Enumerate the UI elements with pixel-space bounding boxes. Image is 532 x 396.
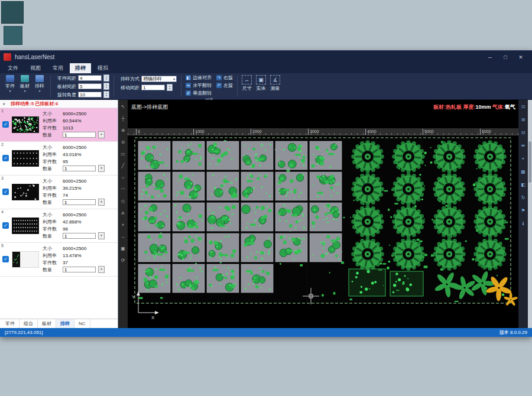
result-thumbnail[interactable] <box>12 150 39 167</box>
plate-part[interactable] <box>275 203 307 231</box>
dimension-button[interactable]: ↔尺寸 <box>242 75 252 92</box>
quantity-input[interactable] <box>63 132 96 138</box>
param-input-2[interactable] <box>78 92 102 98</box>
panel-close-icon[interactable]: × <box>2 101 8 107</box>
plate-part[interactable] <box>241 203 273 231</box>
plate-part[interactable] <box>138 172 170 200</box>
zoom-out-tool[interactable]: ⊖ <box>119 138 127 146</box>
fit-view-tool[interactable]: ⊡ <box>519 103 527 111</box>
plate-part[interactable] <box>275 141 307 170</box>
plate-part[interactable] <box>138 233 170 262</box>
rect-tool[interactable]: ▣ <box>119 245 127 252</box>
rect-part[interactable] <box>349 269 385 296</box>
rect-part[interactable] <box>390 271 423 296</box>
panel-tab-0[interactable]: 零件 <box>1 319 20 328</box>
plate-part[interactable] <box>241 264 273 293</box>
title-bar[interactable]: hansLaserNest ─ □ ✕ <box>0 50 532 63</box>
quantity-input[interactable] <box>63 267 96 272</box>
gear-part[interactable] <box>433 238 466 271</box>
plate-part[interactable] <box>275 233 307 262</box>
edge-align-button[interactable]: ◧边缘对齐 <box>186 74 212 81</box>
menu-tab-nest[interactable]: 排样 <box>70 63 91 73</box>
plate-part[interactable] <box>207 264 239 293</box>
spinner-icon[interactable]: ▴▾ <box>103 91 109 98</box>
plate-part[interactable] <box>173 264 205 293</box>
quantity-spinner-icon[interactable]: ▾ <box>98 131 105 138</box>
ribbon-sheets-button[interactable]: 板材▾ <box>18 75 31 93</box>
gear-part[interactable] <box>473 173 507 206</box>
layers-tool[interactable]: ◧ <box>519 181 527 189</box>
nest-result-item[interactable]: 2 ✓ 大小6000×2500 利用率43.016% 零件数95 数量▾ <box>0 142 118 176</box>
plate-part[interactable] <box>310 172 342 200</box>
gear-part[interactable] <box>351 238 384 271</box>
spinner-icon[interactable]: ▴▾ <box>167 84 173 91</box>
close-button[interactable]: ✕ <box>513 52 528 63</box>
panel-tab-4[interactable]: NC <box>74 319 90 328</box>
nest-method-select[interactable]: 精确排样 ▾ <box>141 76 177 82</box>
spinner-icon[interactable]: ▴▾ <box>103 74 109 82</box>
gear-part[interactable] <box>392 173 425 206</box>
pan-tool[interactable]: ┼ <box>119 115 127 122</box>
gear-part[interactable] <box>351 173 384 206</box>
panel-tab-3[interactable]: 排样 <box>56 319 74 328</box>
quantity-spinner-icon[interactable]: ▾ <box>98 232 105 239</box>
desktop-shortcut-icon-2[interactable] <box>4 26 22 45</box>
zoom-in-tool[interactable]: ⊕ <box>119 126 127 134</box>
nest-result-item[interactable]: 5 ✓ 大小6000×2500 利用率13.478% 零件数37 数量▾ <box>0 243 118 277</box>
plate-part[interactable] <box>138 141 170 170</box>
center-tool[interactable]: ⌖ <box>119 221 127 229</box>
select-tool[interactable]: ↖ <box>119 103 127 111</box>
gear-part[interactable] <box>351 205 384 238</box>
quantity-spinner-icon[interactable]: ▾ <box>98 199 105 206</box>
zoom-minus-tool[interactable]: ⊟ <box>519 129 527 137</box>
measure-button[interactable]: ∡测量 <box>270 75 280 92</box>
quantity-input[interactable] <box>63 165 96 171</box>
maximize-button[interactable]: □ <box>498 52 513 63</box>
nesting-scene[interactable] <box>128 137 518 314</box>
plate-part[interactable] <box>310 203 342 231</box>
gear-part[interactable] <box>351 140 384 173</box>
quantity-spinner-icon[interactable]: ▾ <box>98 165 105 172</box>
grid-tool[interactable]: ▦ <box>519 168 527 176</box>
result-checkbox[interactable]: ✓ <box>2 189 9 195</box>
result-checkbox[interactable]: ✓ <box>2 256 9 262</box>
rotate-tool[interactable]: ⟳ <box>119 257 127 264</box>
flip-horizontal-button[interactable]: ⇋水平翻转 <box>186 82 212 89</box>
panel-tab-1[interactable]: 组合 <box>20 319 38 328</box>
plate-part[interactable] <box>173 172 205 200</box>
gear-part[interactable] <box>433 173 466 206</box>
menu-tab-view[interactable]: 视图 <box>25 63 46 73</box>
gear-part[interactable] <box>433 205 466 238</box>
menu-tab-file[interactable]: 文件 <box>2 63 24 73</box>
quantity-input[interactable] <box>63 233 96 239</box>
text-tool[interactable]: A <box>119 209 127 217</box>
nest-result-item[interactable]: 3 ✓ 大小6000×2500 利用率39.215% 零件数74 数量▾ <box>0 176 118 209</box>
menu-tab-common[interactable]: 常用 <box>47 63 69 73</box>
plate-part[interactable] <box>241 172 273 200</box>
gear-part[interactable] <box>473 140 507 173</box>
move-view-tool[interactable]: ⇹ <box>519 142 527 150</box>
quantity-spinner-icon[interactable]: ▾ <box>98 266 105 273</box>
gear-part[interactable] <box>473 238 507 271</box>
nest-result-item[interactable]: 4 ✓ 大小6000×2500 利用率42.868% 零件数96 数量▾ <box>0 209 118 243</box>
plate-part[interactable] <box>207 141 239 170</box>
spinner-icon[interactable]: ▴▾ <box>103 83 109 90</box>
result-thumbnail[interactable] <box>12 184 39 200</box>
gear-part[interactable] <box>473 205 507 238</box>
result-thumbnail[interactable] <box>12 116 39 133</box>
vertical-scrollbar[interactable] <box>528 100 532 328</box>
plate-part[interactable] <box>241 141 273 170</box>
panel-tab-2[interactable]: 板材 <box>38 319 56 328</box>
minimize-button[interactable]: ─ <box>482 52 498 63</box>
refresh-tool[interactable]: ↻ <box>519 194 527 202</box>
ribbon-nest-button[interactable]: 排样▾ <box>33 75 46 93</box>
param-input-1[interactable] <box>78 83 102 89</box>
nest-result-item[interactable]: 1 ✓ 大小6000×2500 利用率60.544% 零件数1013 数量▾ <box>0 108 118 142</box>
menu-tab-simulate[interactable]: 模拟 <box>92 63 113 73</box>
param-input-0[interactable] <box>78 75 102 81</box>
result-thumbnail[interactable] <box>12 218 39 234</box>
quantity-input[interactable] <box>63 199 96 205</box>
plate-part[interactable] <box>138 264 170 293</box>
plate-part[interactable] <box>241 233 273 262</box>
plate-part[interactable] <box>138 203 170 231</box>
